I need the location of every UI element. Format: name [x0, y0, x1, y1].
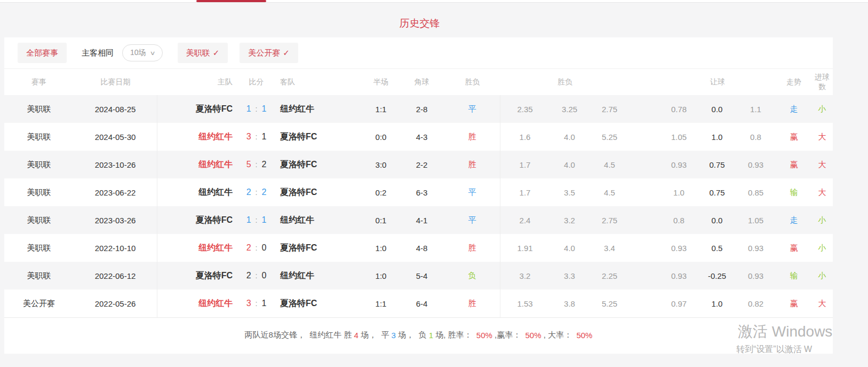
cell-handicap-line: 0.0 [699, 216, 735, 225]
cell-odds-draw: 3.2 [550, 216, 590, 225]
league-filter-usopen-label: 美公开赛 [248, 48, 280, 58]
cell-handicap-line: 0.5 [699, 244, 735, 253]
table-row: 美职联 2022-06-12 夏洛特FC 2 : 0 纽约红牛 1:0 5-4 … [4, 262, 833, 290]
table-row: 美职联 2023-06-22 纽约红牛 2 : 2 夏洛特FC 0:2 6-3 … [4, 178, 833, 206]
cell-corners: 4-3 [399, 132, 444, 142]
score-home: 3 [246, 299, 251, 308]
chevron-down-icon: ∨ [149, 50, 155, 57]
cell-corners: 6-4 [399, 299, 444, 308]
cell-odds-win: 1.53 [500, 299, 550, 308]
cell-date: 2023-10-26 [74, 151, 157, 178]
cell-result: 胜 [444, 290, 500, 317]
cell-home-team: 纽约红牛 [157, 131, 239, 143]
cell-trend: 输 [776, 188, 811, 198]
cell-odds-lose: 2.75 [590, 105, 630, 114]
cell-odds-draw: 3.5 [550, 188, 590, 197]
all-events-button[interactable]: 全部赛事 [18, 43, 67, 63]
score-away: 1 [261, 215, 266, 225]
cell-trend: 赢 [776, 160, 811, 170]
cell-corners: 4-8 [399, 244, 444, 253]
cell-home-team: 夏洛特FC [157, 270, 239, 282]
history-head-to-head-panel: 全部赛事 主客相同 10场 ∨ 美职联 ✓ 美公开赛 ✓ 赛事 比赛日期 主队 … [4, 37, 833, 354]
score-colon: : [256, 271, 258, 280]
cell-date: 2024-08-25 [74, 95, 157, 123]
cell-score: 3 : 1 [239, 132, 274, 142]
table-body: 美职联 2024-08-25 夏洛特FC 1 : 1 纽约红牛 1:1 2-8 … [4, 95, 833, 317]
cell-trend: 赢 [776, 132, 811, 142]
cell-league: 美职联 [4, 160, 74, 170]
cell-odds-win: 1.7 [500, 160, 550, 169]
header-halftime: 半场 [363, 77, 399, 87]
score-colon: : [256, 132, 258, 141]
cell-handicap-away: 0.93 [735, 160, 776, 169]
score-away: 1 [261, 132, 266, 142]
cell-corners: 4-1 [399, 216, 444, 225]
summary-segment: 4 [354, 331, 359, 340]
cell-date: 2023-03-26 [74, 206, 157, 234]
cell-odds-lose: 5.25 [590, 132, 630, 142]
table-row: 美职联 2024-05-30 纽约红牛 3 : 1 夏洛特FC 0:0 4-3 … [4, 123, 833, 151]
cell-handicap-away: 0.82 [735, 299, 776, 308]
summary-segment: 50% [525, 331, 541, 340]
cell-date: 2022-06-12 [74, 262, 157, 290]
header-trend: 走势 [776, 77, 811, 87]
cell-handicap-line: 0.75 [699, 160, 735, 169]
score-colon: : [256, 105, 258, 113]
cell-odds-lose: 2.75 [590, 216, 630, 225]
cell-corners: 6-3 [399, 188, 444, 197]
cell-away-team: 夏洛特FC [274, 131, 363, 143]
cell-away-team: 纽约红牛 [274, 215, 363, 226]
table-row: 美职联 2023-03-26 夏洛特FC 1 : 1 纽约红牛 0:1 4-1 … [4, 206, 833, 234]
league-filter-mls[interactable]: 美职联 ✓ [178, 43, 228, 63]
cell-home-team: 纽约红牛 [157, 159, 239, 170]
score-colon: : [256, 160, 258, 169]
summary-segment: 3 [392, 331, 396, 340]
cell-handicap-home: 0.93 [659, 244, 699, 253]
cell-halftime: 1:1 [363, 299, 399, 308]
rounds-dropdown[interactable]: 10场 ∨ [122, 44, 163, 61]
table-row: 美职联 2024-08-25 夏洛特FC 1 : 1 纽约红牛 1:1 2-8 … [4, 95, 833, 123]
all-events-label: 全部赛事 [26, 48, 58, 58]
cell-date: 2022-10-10 [74, 234, 157, 262]
league-filter-usopen[interactable]: 美公开赛 ✓ [240, 43, 298, 63]
cell-goals: 大 [811, 299, 833, 309]
cell-away-team: 夏洛特FC [274, 243, 363, 254]
header-handicap: 让球 [659, 77, 776, 87]
cell-result: 平 [444, 95, 500, 123]
table-row: 美职联 2022-10-10 纽约红牛 2 : 0 夏洛特FC 1:0 4-8 … [4, 234, 833, 262]
cell-handicap-home: 0.8 [659, 216, 699, 225]
active-tab-indicator [196, 0, 266, 2]
header-date: 比赛日期 [74, 77, 157, 87]
windows-activation-watermark: 激活 Windows [738, 322, 832, 342]
header-goals: 进球数 [811, 73, 833, 92]
cell-home-team: 夏洛特FC [157, 104, 239, 115]
cell-odds-draw: 4.0 [550, 132, 590, 142]
score-colon: : [256, 188, 258, 197]
page-title: 历史交锋 [0, 17, 839, 30]
league-filter-mls-label: 美职联 [186, 48, 210, 58]
cell-odds-draw: 3.25 [550, 105, 590, 114]
cell-halftime: 0:2 [363, 188, 399, 197]
score-home: 3 [246, 132, 251, 142]
cell-score: 2 : 0 [239, 271, 274, 280]
cell-league: 美职联 [4, 243, 74, 253]
cell-result: 负 [444, 262, 500, 290]
cell-halftime: 0:1 [363, 216, 399, 225]
score-away: 1 [261, 299, 266, 308]
cell-goals: 小 [811, 243, 833, 253]
cell-result: 胜 [444, 123, 500, 151]
cell-handicap-away: 0.8 [735, 132, 776, 142]
cell-handicap-home: 0.93 [659, 160, 699, 169]
same-venue-label[interactable]: 主客相同 [82, 48, 114, 58]
summary-segment: ,赢率： [492, 330, 525, 340]
cell-handicap-home: 0.97 [659, 299, 699, 308]
cell-trend: 赢 [776, 243, 811, 253]
cell-score: 2 : 2 [239, 188, 274, 197]
cell-odds-win: 1.91 [500, 244, 550, 253]
table-row: 美职联 2023-10-26 纽约红牛 5 : 2 夏洛特FC 3:0 2-2 … [4, 151, 833, 178]
summary-segment: 场, 胜率： [433, 330, 476, 340]
cell-corners: 5-4 [399, 271, 444, 280]
summary-segment: 场， 负 [396, 330, 429, 340]
summary-segment: 50% [476, 331, 492, 340]
cell-handicap-line: -0.25 [699, 271, 735, 280]
